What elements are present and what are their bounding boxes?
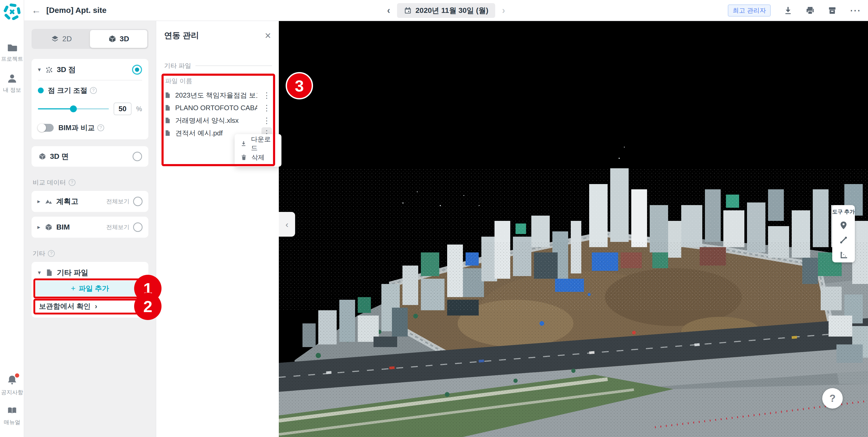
cube-icon [38, 153, 46, 160]
point-size-input[interactable]: 50 [114, 102, 131, 115]
panel-title: 연동 관리 [164, 30, 199, 41]
tools-panel-label: 도구 추가 [832, 208, 855, 215]
percent-unit: % [136, 105, 142, 113]
file-row[interactable]: 2023년도 책임자율점검 보고서 작성 ... ⋮ [164, 89, 272, 101]
add-file-label: 파일 추가 [79, 284, 109, 293]
bim-compare-label: BIM과 비교 [58, 123, 95, 132]
point-layer-card: ▾ 3D 점 점 크기 조절 ? 50 % [32, 59, 148, 139]
distance-tool-icon[interactable] [839, 235, 848, 245]
next-date-chevron[interactable]: › [502, 5, 505, 16]
sidebar-item-label: 프로젝트 [1, 55, 23, 63]
current-date: 2020년 11월 30일 (월) [415, 5, 488, 15]
file-icon [164, 92, 171, 99]
point-cloud-icon [45, 66, 53, 74]
context-menu-download[interactable]: 다운로드 [235, 137, 281, 150]
app-window: 프로젝트 내 정보 공지사항 매뉴얼 ← [Demo] Apt. site ‹ … [0, 0, 868, 437]
bim-radio[interactable] [133, 222, 143, 232]
tab-3d[interactable]: 3D [90, 30, 147, 48]
date-picker-button[interactable]: 2020년 11월 30일 (월) [397, 3, 495, 18]
layer-title: 3D 점 [57, 65, 76, 75]
add-file-button[interactable]: + 파일 추가 [36, 281, 144, 296]
point-layer-radio[interactable] [132, 65, 142, 75]
angle-tool-icon[interactable] [839, 250, 848, 259]
point-cloud-render [279, 21, 868, 437]
help-circle-icon[interactable]: ? [90, 87, 97, 94]
sidebar-item-projects[interactable]: 프로젝트 [0, 42, 24, 63]
top-bar: ← [Demo] Apt. site ‹ 2020년 11월 30일 (월) ›… [24, 0, 868, 21]
archive-icon[interactable] [828, 6, 837, 15]
point-size-slider[interactable] [38, 105, 109, 112]
slider-thumb[interactable] [70, 105, 77, 112]
context-menu-delete[interactable]: 삭제 [235, 150, 281, 164]
chevron-right-icon: › [95, 302, 97, 311]
file-name: 2023년도 책임자율점검 보고서 작성 ... [175, 91, 257, 100]
sync-management-panel: 연동 관리 × 기타 파일 파일 이름 2023년도 책임자율점검 보고서 작성… [156, 21, 279, 437]
etc-files-card: ▾ 기타 파일 + 파일 추가 1 보관함에서 확인 › 2 [32, 262, 148, 318]
tab-label: 2D [62, 35, 72, 43]
sidebar-item-manual[interactable]: 매뉴얼 [0, 405, 24, 426]
bim-card[interactable]: ▸ BIM 전체보기 [32, 217, 148, 238]
print-icon[interactable] [805, 6, 815, 15]
help-circle-icon[interactable]: ? [48, 250, 55, 257]
download-icon[interactable] [783, 6, 793, 15]
point-color-dot[interactable] [38, 88, 44, 93]
kebab-menu-icon[interactable]: ⋮ [261, 89, 272, 101]
bim-compare-toggle[interactable] [38, 124, 54, 132]
annotation-step-2: 2 [134, 293, 161, 320]
book-icon [7, 405, 18, 416]
layer-title: 3D 면 [50, 152, 69, 161]
caret-right-icon[interactable]: ▸ [37, 224, 44, 230]
panel-collapse-handle[interactable]: ‹ [279, 212, 295, 237]
cube-icon [45, 223, 53, 231]
sidebar-item-my-info[interactable]: 내 정보 [0, 73, 24, 94]
file-name: PLANO ORTOFOTO CABAÑA PDF... [175, 104, 257, 112]
sidebar-item-label: 내 정보 [3, 86, 21, 94]
caret-down-icon[interactable]: ▾ [38, 66, 45, 73]
mesh-layer-radio[interactable] [132, 152, 142, 161]
caret-down-icon[interactable]: ▾ [38, 269, 45, 276]
storage-link-label: 보관함에서 확인 [39, 302, 91, 311]
plus-icon: + [71, 284, 75, 293]
person-icon [7, 73, 18, 84]
compare-section-label: 비교 데이터 [33, 178, 66, 187]
layers-icon [51, 35, 59, 43]
tools-panel: 도구 추가 [832, 205, 855, 262]
help-button[interactable]: ? [822, 388, 843, 409]
view-all-label: 전체보기 [106, 223, 129, 231]
help-circle-icon[interactable]: ? [97, 124, 104, 131]
file-list: 파일 이름 2023년도 책임자율점검 보고서 작성 ... ⋮ PLANO O… [164, 76, 272, 139]
design-elevation-radio[interactable] [133, 197, 143, 206]
mesh-layer-card[interactable]: 3D 면 [32, 146, 148, 167]
sidebar-item-label: 공지사항 [1, 388, 23, 396]
file-row[interactable]: PLANO ORTOFOTO CABAÑA PDF... ⋮ [164, 101, 272, 114]
divider [38, 80, 142, 81]
file-row[interactable]: 거래명세서 양식.xlsx ⋮ [164, 114, 272, 127]
layer-control-panel: 2D 3D ▾ 3D 점 점 크기 조절 ? [24, 21, 156, 437]
location-pin-tool-icon[interactable] [839, 221, 848, 230]
view-all-label: 전체보기 [106, 197, 129, 205]
close-icon[interactable]: × [265, 30, 271, 41]
design-elevation-card[interactable]: ▸ 계획고 전체보기 [32, 191, 148, 212]
caret-right-icon[interactable]: ▸ [37, 198, 44, 205]
context-menu-label: 삭제 [251, 153, 265, 162]
layer-title: 계획고 [56, 196, 79, 207]
site-title: [Demo] Apt. site [46, 6, 106, 15]
file-icon [45, 269, 53, 277]
back-arrow-icon[interactable]: ← [32, 5, 41, 15]
open-storage-link[interactable]: 보관함에서 확인 › [36, 300, 144, 313]
folder-icon [7, 42, 18, 53]
tab-2d[interactable]: 2D [33, 30, 90, 48]
sidebar-item-notices[interactable]: 공지사항 [0, 374, 24, 396]
kebab-menu-icon[interactable]: ⋮ [261, 102, 272, 114]
date-navigator: ‹ 2020년 11월 30일 (월) › [387, 0, 505, 21]
kebab-menu-icon[interactable]: ⋮ [261, 115, 272, 126]
point-size-label: 점 크기 조절 [48, 86, 87, 95]
topbar-actions: 최고 관리자 ⋯ [728, 0, 861, 21]
help-circle-icon[interactable]: ? [69, 179, 75, 186]
files-section-label: 기타 파일 [164, 62, 191, 70]
app-logo[interactable] [4, 3, 21, 20]
point-cloud-viewport[interactable]: ‹ 도구 추가 ? [279, 21, 868, 437]
prev-date-chevron[interactable]: ‹ [387, 5, 390, 16]
context-menu-label: 다운로드 [251, 135, 276, 152]
trash-icon [240, 154, 247, 161]
